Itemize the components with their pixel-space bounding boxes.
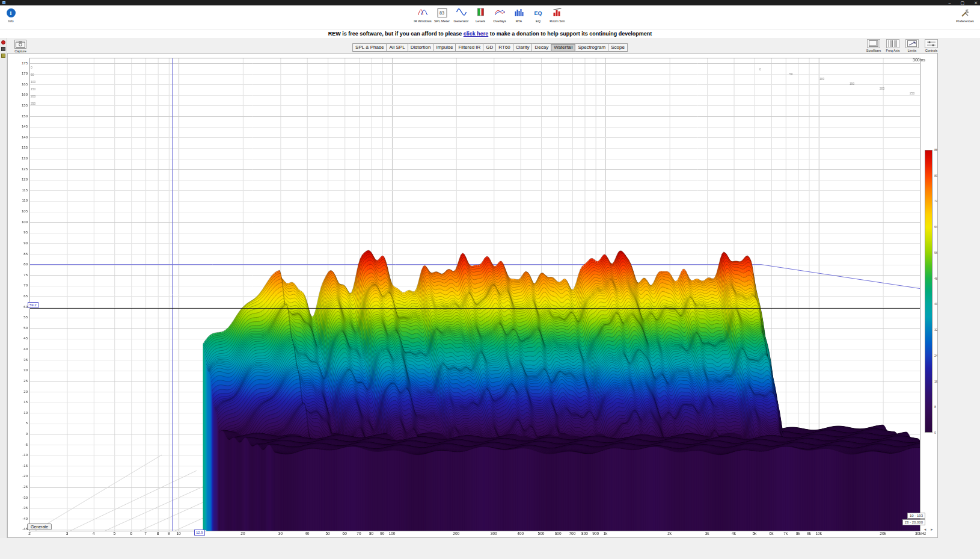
tab-all-spl[interactable]: All SPL [387, 43, 408, 52]
tab-clarity[interactable]: Clarity [513, 43, 533, 52]
db-tick-label: 135 [8, 146, 28, 150]
time-tick-label: 0 [31, 66, 32, 69]
tab-impulse[interactable]: Impulse [433, 43, 456, 52]
time-tick-label: 100 [819, 77, 824, 81]
tab-decay[interactable]: Decay [532, 43, 551, 52]
tool-label: RTA [516, 19, 522, 23]
view-buttons: ScrollbarsFreq AxisLimitsControls [866, 39, 939, 52]
freq-tick-label: 30 [271, 531, 289, 536]
tool-generator[interactable]: Generator [453, 5, 470, 23]
banner-text-suffix: to make a donation to help support its c… [488, 31, 652, 37]
tool-label: EQ [536, 19, 541, 23]
info-icon: i [7, 8, 16, 17]
donation-link[interactable]: click here [464, 31, 489, 37]
tab-rt60[interactable]: RT60 [496, 43, 513, 52]
freq-tick-label: 20 [234, 531, 252, 536]
db-tick-label: -10 [8, 453, 28, 457]
colorbar-tick-label: 56 [934, 251, 938, 255]
db-tick-label: 85 [8, 252, 28, 256]
preferences-button[interactable]: Preferences [952, 5, 978, 23]
capture-button[interactable]: Capture [13, 40, 28, 53]
freq-tick-label: 4k [725, 531, 743, 536]
db-tick-label: 60 [8, 305, 28, 309]
preferences-label: Preferences [956, 19, 974, 23]
tool-label: Levels [476, 19, 485, 23]
db-tick-label: 150 [8, 114, 28, 119]
view-button-label: Controls [923, 49, 939, 52]
donation-banner: REW is free software, but if you can aff… [0, 30, 980, 38]
freq-tick-label: 3 [58, 531, 76, 536]
colorbar-tick-label: 8 [934, 405, 936, 409]
db-tick-label: 155 [8, 103, 28, 108]
record-icon[interactable] [1, 40, 5, 45]
view-button-limits[interactable]: Limits [904, 39, 920, 52]
time-tick-label: 150 [850, 82, 854, 85]
freq-tick-label: 1k [596, 531, 614, 536]
tab-spl-phase[interactable]: SPL & Phase [352, 43, 387, 52]
tool-eq[interactable]: EQEQ [530, 5, 547, 23]
freq-axis-icon [888, 40, 898, 47]
rta-icon [514, 8, 524, 19]
freq-tick-label: 500 [532, 531, 550, 536]
tool-ir-windows[interactable]: IR Windows [415, 5, 431, 23]
tool-rta[interactable]: RTA [511, 5, 527, 23]
time-tick-label: 250 [910, 91, 914, 95]
tool-room-sim[interactable]: Room Sim [550, 5, 566, 23]
tab-spectrogram[interactable]: Spectrogram [575, 43, 608, 52]
time-tick-label: 50 [31, 73, 34, 76]
minimize-button[interactable]: – [949, 1, 951, 5]
freq-tick-label: 50 [319, 531, 337, 536]
view-button-label: Freq Axis [885, 49, 901, 52]
maximize-button[interactable]: ▢ [961, 1, 965, 5]
colorbar-tick-label: 72 [934, 199, 938, 203]
view-button-scrollbars[interactable]: Scrollbars [866, 39, 881, 52]
time-range-field[interactable]: 10 - 193 [907, 513, 925, 519]
db-tick-label: 100 [8, 220, 28, 224]
tab-waterfall[interactable]: Waterfall [551, 43, 575, 52]
db-tick-label: 110 [8, 199, 28, 203]
db-tick-label: 165 [8, 82, 28, 87]
scrollbars-icon [869, 40, 878, 47]
tool-levels[interactable]: Levels [473, 5, 489, 23]
tool-spl-meter[interactable]: 83SPL Meter [434, 5, 450, 23]
tool-overlays[interactable]: Overlays [492, 5, 508, 23]
note-icon[interactable] [1, 54, 5, 58]
view-button-freq-axis[interactable]: Freq Axis [885, 39, 901, 52]
db-tick-label: 5 [8, 421, 28, 425]
freq-tick-label: 5k [746, 531, 764, 536]
db-tick-label: 35 [8, 358, 28, 362]
tab-gd[interactable]: GD [483, 43, 496, 52]
levels-icon [476, 7, 485, 19]
toolbar-tools: IR Windows83SPL MeterGeneratorLevelsOver… [415, 5, 566, 23]
banner-text-prefix: REW is free software, but if you can aff… [328, 31, 464, 37]
freq-tick-label: 2 [20, 531, 38, 536]
tab-distortion[interactable]: Distortion [408, 43, 434, 52]
tool-label: Room Sim [550, 19, 565, 23]
wrench-icon [960, 8, 970, 18]
freq-tick-label: 2k [661, 531, 679, 536]
tab-filtered-ir[interactable]: Filtered IR [456, 43, 483, 52]
time-tick-label: 200 [31, 94, 35, 98]
tool-label: SPL Meter [434, 19, 450, 23]
time-tick-label: 200 [880, 87, 884, 90]
app-icon [2, 1, 5, 4]
view-button-controls[interactable]: Controls [923, 39, 939, 52]
info-button[interactable]: i Info [2, 5, 20, 23]
freq-range-field[interactable]: 23 - 20,000 [902, 519, 925, 525]
freq-tick-label: 400 [512, 531, 530, 536]
mic-icon[interactable] [1, 47, 5, 51]
waterfall-chart-canvas[interactable] [29, 58, 920, 531]
generate-button[interactable]: Generate [27, 523, 52, 530]
close-button[interactable]: ✕ [974, 1, 978, 5]
freq-tick-label: 40 [298, 531, 316, 536]
db-tick-label: 20 [8, 390, 28, 394]
freq-tick-label: 30kHz [911, 531, 929, 536]
db-tick-label: -20 [8, 474, 28, 478]
db-tick-label: 80 [8, 262, 28, 267]
tab-scope[interactable]: Scope [608, 43, 628, 52]
freq-tick-label: 10 [170, 531, 188, 536]
db-tick-label: 95 [8, 230, 28, 235]
time-tick-label: 150 [31, 87, 35, 91]
colorbar-tick-label: 40 [934, 302, 938, 306]
time-range-label: 300ms [913, 58, 925, 62]
